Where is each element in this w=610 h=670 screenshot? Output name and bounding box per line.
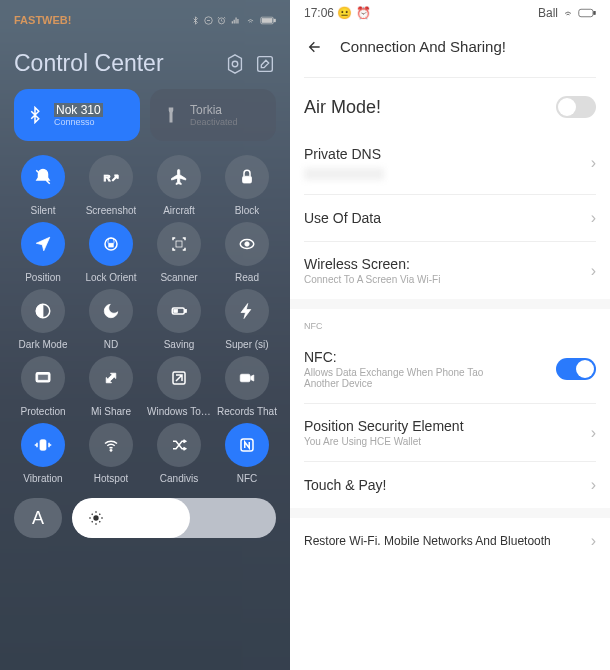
toggle-battery[interactable]: Saving [146, 289, 212, 350]
pse-row[interactable]: Position Security Element You Are Using … [290, 404, 610, 461]
svg-rect-23 [240, 374, 250, 382]
control-center-panel: FASTWEB! Control Center Nok 310 Connesso… [0, 0, 290, 670]
blurred-value [304, 168, 384, 180]
status-time: 17:06 😐 ⏰ [304, 6, 371, 20]
svg-rect-8 [258, 56, 273, 71]
nfc-icon [225, 423, 269, 467]
svg-rect-18 [174, 310, 178, 313]
toggle-lock[interactable]: Block [214, 155, 280, 216]
brightness-slider[interactable] [72, 498, 276, 538]
svg-rect-4 [262, 18, 272, 22]
air-mode-label: Air Mode! [304, 97, 381, 118]
touch-pay-label: Touch & Pay! [304, 477, 387, 493]
toggle-scan[interactable]: Scanner [146, 222, 212, 283]
toggle-vibrate[interactable]: Vibration [10, 423, 76, 484]
toggle-location[interactable]: Position [10, 222, 76, 283]
auto-brightness-button[interactable]: A [14, 498, 62, 538]
toggle-cast[interactable]: Windows To Co [146, 356, 212, 417]
toggle-label: ND [104, 339, 118, 350]
toggle-label: Protection [20, 406, 65, 417]
touch-pay-row[interactable]: Touch & Pay! › [290, 462, 610, 508]
settings-item[interactable]: Wireless Screen:Connect To A Screen Via … [290, 242, 610, 299]
nfc-title: NFC: [304, 349, 504, 365]
restore-label: Restore Wi-Fi. Mobile Networks And Bluet… [304, 534, 551, 548]
toggle-dark[interactable]: Dark Mode [10, 289, 76, 350]
air-mode-row[interactable]: Air Mode! [290, 78, 610, 132]
scan-icon [157, 222, 201, 266]
toggle-label: Hotspot [94, 473, 128, 484]
page-title: Control Center [14, 50, 216, 77]
chevron-right-icon: › [591, 262, 596, 280]
airplane-icon [157, 155, 201, 199]
moon-icon [89, 289, 133, 333]
edit-icon[interactable] [254, 53, 276, 75]
settings-panel: 17:06 😐 ⏰ Ball Connection And Sharing! A… [290, 0, 610, 670]
battery-icon [578, 8, 596, 18]
toggle-rotation-lock[interactable]: Lock Orient [78, 222, 144, 283]
svg-rect-24 [40, 440, 46, 451]
torch-icon [162, 106, 180, 124]
gear-icon[interactable] [224, 53, 246, 75]
toggle-label: Lock Orient [85, 272, 136, 283]
toggle-share[interactable]: Mi Share [78, 356, 144, 417]
toggle-moon[interactable]: ND [78, 289, 144, 350]
record-icon [225, 356, 269, 400]
settings-item[interactable]: Use Of Data› [290, 195, 610, 241]
toggle-eye[interactable]: Read [214, 222, 280, 283]
toggle-shuffle[interactable]: Candivis [146, 423, 212, 484]
chevron-right-icon: › [591, 532, 596, 550]
toggle-nfc[interactable]: NFC [214, 423, 280, 484]
item-title: Wireless Screen: [304, 256, 440, 272]
vibrate-icon [21, 423, 65, 467]
bluetooth-tile[interactable]: Nok 310 Connesso [14, 89, 140, 141]
toggle-screenshot[interactable]: R↗Screenshot [78, 155, 144, 216]
svg-point-7 [232, 61, 238, 67]
svg-rect-13 [176, 241, 182, 247]
dark-icon [21, 289, 65, 333]
right-status-bar: 17:06 😐 ⏰ Ball [290, 0, 610, 20]
title-row: Control Center [0, 26, 290, 89]
toggle-grid: SilentR↗ScreenshotAircraftBlockPositionL… [0, 155, 290, 484]
item-title: Use Of Data [304, 210, 381, 226]
chevron-right-icon: › [591, 154, 596, 172]
toggle-label: Scanner [160, 272, 197, 283]
wifi-icon [89, 423, 133, 467]
left-status-bar: FASTWEB! [0, 0, 290, 26]
location-icon [21, 222, 65, 266]
lock-icon [225, 155, 269, 199]
restore-row[interactable]: Restore Wi-Fi. Mobile Networks And Bluet… [290, 518, 610, 564]
toggle-airplane[interactable]: Aircraft [146, 155, 212, 216]
bluetooth-status-icon [191, 16, 200, 25]
nfc-toggle[interactable] [556, 358, 596, 380]
toggle-monitor[interactable]: Protection [10, 356, 76, 417]
svg-point-15 [245, 242, 250, 247]
toggle-bolt[interactable]: Super (si) [214, 289, 280, 350]
air-mode-toggle[interactable] [556, 96, 596, 118]
cast-icon [157, 356, 201, 400]
svg-marker-6 [229, 54, 242, 72]
pse-title: Position Security Element [304, 418, 464, 434]
back-icon[interactable] [304, 39, 326, 55]
torch-tile[interactable]: Torkia Deactivated [150, 89, 276, 141]
battery-status-icon [260, 16, 276, 25]
svg-text:R↗: R↗ [103, 172, 118, 183]
toggle-wifi[interactable]: Hotspot [78, 423, 144, 484]
svg-rect-12 [109, 243, 114, 247]
toggle-label: Dark Mode [19, 339, 68, 350]
bottom-controls: A [0, 484, 290, 538]
alarm-status-icon [217, 16, 226, 25]
nfc-row[interactable]: NFC: Allows Data Exchange When Phone Tao… [290, 335, 610, 403]
status-icons [191, 16, 276, 25]
torch-name: Torkia [190, 103, 238, 117]
toggle-label: Screenshot [86, 205, 137, 216]
svg-rect-19 [185, 310, 187, 313]
settings-item[interactable]: Private DNS› [290, 132, 610, 194]
toggle-record[interactable]: Records That [214, 356, 280, 417]
toggle-bell-off[interactable]: Silent [10, 155, 76, 216]
toggle-label: Saving [164, 339, 195, 350]
bluetooth-status: Connesso [54, 117, 103, 127]
monitor-icon [21, 356, 65, 400]
svg-rect-28 [579, 9, 593, 17]
toggle-label: Mi Share [91, 406, 131, 417]
pse-sub: You Are Using HCE Wallet [304, 436, 464, 447]
